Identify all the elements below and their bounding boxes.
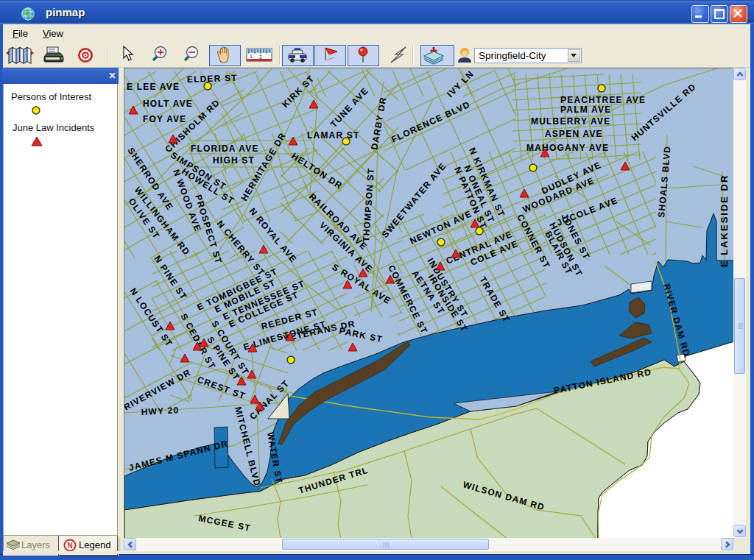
svg-text:HOLT AVE: HOLT AVE: [143, 99, 193, 109]
svg-text:ELDER ST: ELDER ST: [187, 73, 238, 85]
svg-text:HWY 20: HWY 20: [141, 405, 179, 417]
svg-text:MAHOGANY AVE: MAHOGANY AVE: [526, 143, 609, 153]
svg-text:LAMAR ST: LAMAR ST: [307, 130, 360, 141]
svg-text:MULBERRY AVE: MULBERRY AVE: [531, 116, 610, 127]
svg-text:PALM AVE: PALM AVE: [560, 104, 611, 115]
svg-text:FOY AVE: FOY AVE: [143, 114, 187, 124]
svg-text:E LAKESIDE DR: E LAKESIDE DR: [719, 174, 730, 267]
svg-text:PEACHTREE AVE: PEACHTREE AVE: [560, 95, 646, 105]
svg-text:E LEE AVE: E LEE AVE: [127, 82, 180, 92]
svg-text:1: 1: [250, 54, 253, 59]
svg-text:FLORIDA AVE: FLORIDA AVE: [191, 143, 259, 154]
svg-text:ASPEN AVE: ASPEN AVE: [545, 129, 603, 139]
svg-text:2: 2: [259, 54, 262, 60]
svg-text:HIGH ST: HIGH ST: [213, 155, 255, 166]
svg-text:N: N: [68, 542, 73, 550]
